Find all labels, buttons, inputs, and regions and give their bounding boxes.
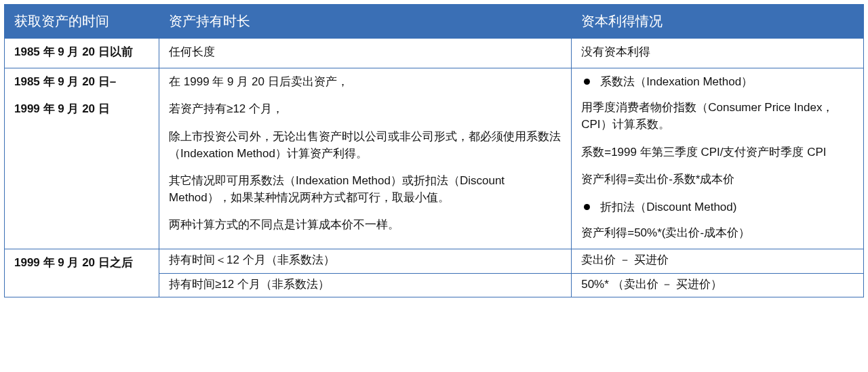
cell-gain-lt12: 卖出价 － 买进价 xyxy=(572,249,864,274)
table-row: 1985 年 9 月 20 日以前 任何长度 没有资本利得 xyxy=(5,39,864,68)
cell-time-1985-1999: 1985 年 9 月 20 日– 1999 年 9 月 20 日 xyxy=(5,68,159,249)
duration-para: 若资产持有≥12 个月， xyxy=(169,101,561,118)
duration-para: 两种计算方式的不同点是计算成本价不一样。 xyxy=(169,217,561,234)
cell-duration-ge12: 持有时间≥12 个月（非系数法） xyxy=(159,273,572,297)
gain-para: 资产利得=50%*(卖出价-成本价） xyxy=(581,225,854,242)
gain-para: 用季度消费者物价指数（Consumer Price Index，CPI）计算系数… xyxy=(581,100,854,133)
header-capital-gain: 资本利得情况 xyxy=(572,5,864,39)
duration-para: 其它情况即可用系数法（Indexation Method）或折扣法（Discou… xyxy=(169,173,561,206)
header-acquire-time: 获取资产的时间 xyxy=(5,5,159,39)
cell-gain-1985-1999: 系数法（Indexation Method） 用季度消费者物价指数（Consum… xyxy=(572,68,864,249)
bullet-discount-method: 折扣法（Discount Method) xyxy=(581,199,854,216)
cell-duration-any: 任何长度 xyxy=(159,39,572,68)
time-range-end: 1999 年 9 月 20 日 xyxy=(14,101,149,118)
cell-gain-none: 没有资本利得 xyxy=(572,39,864,68)
cell-duration-1985-1999: 在 1999 年 9 月 20 日后卖出资产， 若资产持有≥12 个月， 除上市… xyxy=(159,68,572,249)
table-row: 1985 年 9 月 20 日– 1999 年 9 月 20 日 在 1999 … xyxy=(5,68,864,249)
gain-para: 系数=1999 年第三季度 CPI/支付资产时季度 CPI xyxy=(581,144,854,161)
time-range-start: 1985 年 9 月 20 日– xyxy=(14,74,149,91)
table-row: 1999 年 9 月 20 日之后 持有时间＜12 个月（非系数法） 卖出价 －… xyxy=(5,249,864,274)
cell-gain-ge12: 50%* （卖出价 － 买进价） xyxy=(572,273,864,297)
cell-time-after-1999: 1999 年 9 月 20 日之后 xyxy=(5,249,159,297)
table-header: 获取资产的时间 资产持有时长 资本利得情况 xyxy=(5,5,864,39)
gain-para: 资产利得=卖出价-系数*成本价 xyxy=(581,171,854,188)
cell-time-before-1985: 1985 年 9 月 20 日以前 xyxy=(5,39,159,68)
duration-para: 在 1999 年 9 月 20 日后卖出资产， xyxy=(169,74,561,91)
header-hold-duration: 资产持有时长 xyxy=(159,5,572,39)
cgt-table: 获取资产的时间 资产持有时长 资本利得情况 1985 年 9 月 20 日以前 … xyxy=(4,4,864,297)
page-root: 获取资产的时间 资产持有时长 资本利得情况 1985 年 9 月 20 日以前 … xyxy=(0,0,868,303)
bullet-indexation-method: 系数法（Indexation Method） xyxy=(581,74,854,91)
duration-para: 除上市投资公司外，无论出售资产时以公司或非公司形式，都必须使用系数法（Index… xyxy=(169,129,561,162)
cell-duration-lt12: 持有时间＜12 个月（非系数法） xyxy=(159,249,572,274)
